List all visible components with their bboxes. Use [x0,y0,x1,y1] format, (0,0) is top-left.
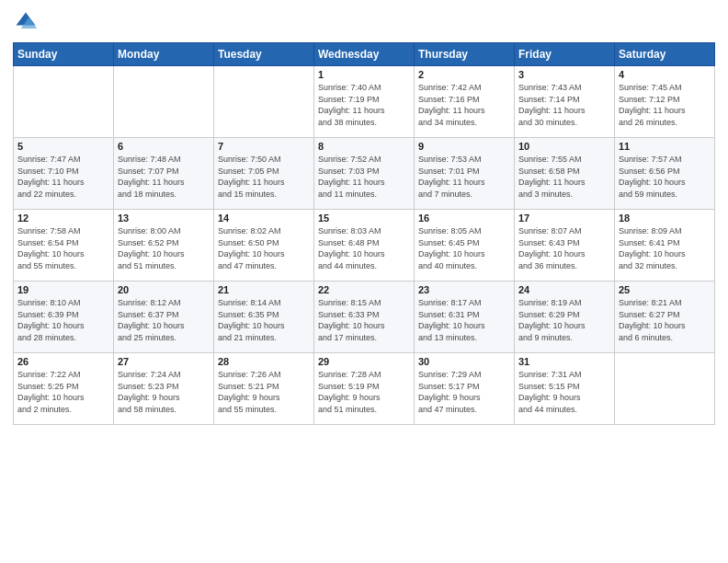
calendar-cell: 8Sunrise: 7:52 AM Sunset: 7:03 PM Daylig… [314,138,415,210]
calendar-cell: 31Sunrise: 7:31 AM Sunset: 5:15 PM Dayli… [515,353,615,425]
week-row-1: 1Sunrise: 7:40 AM Sunset: 7:19 PM Daylig… [14,66,715,138]
calendar-cell: 26Sunrise: 7:22 AM Sunset: 5:25 PM Dayli… [14,353,114,425]
calendar-cell: 25Sunrise: 8:21 AM Sunset: 6:27 PM Dayli… [615,282,715,353]
day-info: Sunrise: 7:58 AM Sunset: 6:54 PM Dayligh… [17,225,109,271]
calendar-cell [615,353,715,425]
weekday-header-saturday: Saturday [615,43,715,66]
calendar-cell: 23Sunrise: 8:17 AM Sunset: 6:31 PM Dayli… [415,282,515,353]
calendar-cell: 29Sunrise: 7:28 AM Sunset: 5:19 PM Dayli… [314,353,415,425]
weekday-header-monday: Monday [114,43,214,66]
day-info: Sunrise: 7:22 AM Sunset: 5:25 PM Dayligh… [17,369,109,415]
day-info: Sunrise: 8:10 AM Sunset: 6:39 PM Dayligh… [17,297,109,343]
day-number: 14 [218,213,310,224]
page: SundayMondayTuesdayWednesdayThursdayFrid… [0,0,728,563]
day-number: 11 [619,141,711,152]
weekday-header-thursday: Thursday [415,43,515,66]
calendar-cell: 20Sunrise: 8:12 AM Sunset: 6:37 PM Dayli… [114,282,214,353]
week-row-4: 19Sunrise: 8:10 AM Sunset: 6:39 PM Dayli… [14,282,715,353]
day-info: Sunrise: 8:12 AM Sunset: 6:37 PM Dayligh… [118,297,210,343]
day-info: Sunrise: 8:07 AM Sunset: 6:43 PM Dayligh… [518,225,610,271]
day-info: Sunrise: 7:55 AM Sunset: 6:58 PM Dayligh… [518,154,610,200]
day-number: 18 [619,213,711,224]
calendar-cell: 7Sunrise: 7:50 AM Sunset: 7:05 PM Daylig… [214,138,314,210]
week-row-5: 26Sunrise: 7:22 AM Sunset: 5:25 PM Dayli… [14,353,715,425]
day-number: 2 [418,69,510,80]
day-info: Sunrise: 7:45 AM Sunset: 7:12 PM Dayligh… [619,82,711,128]
calendar-cell: 17Sunrise: 8:07 AM Sunset: 6:43 PM Dayli… [515,210,615,282]
calendar-cell: 12Sunrise: 7:58 AM Sunset: 6:54 PM Dayli… [14,210,114,282]
day-number: 26 [17,356,109,367]
day-number: 10 [518,141,610,152]
day-number: 24 [518,284,610,295]
day-info: Sunrise: 7:57 AM Sunset: 6:56 PM Dayligh… [619,154,711,200]
day-number: 5 [17,141,109,152]
calendar-cell: 3Sunrise: 7:43 AM Sunset: 7:14 PM Daylig… [515,66,615,138]
calendar-cell: 15Sunrise: 8:03 AM Sunset: 6:48 PM Dayli… [314,210,415,282]
calendar-cell: 14Sunrise: 8:02 AM Sunset: 6:50 PM Dayli… [214,210,314,282]
day-info: Sunrise: 8:21 AM Sunset: 6:27 PM Dayligh… [619,297,711,343]
day-number: 29 [318,356,410,367]
day-info: Sunrise: 7:40 AM Sunset: 7:19 PM Dayligh… [318,82,410,128]
day-info: Sunrise: 8:15 AM Sunset: 6:33 PM Dayligh… [318,297,410,343]
day-info: Sunrise: 7:29 AM Sunset: 5:17 PM Dayligh… [418,369,510,415]
day-info: Sunrise: 8:05 AM Sunset: 6:45 PM Dayligh… [418,225,510,271]
calendar-cell: 18Sunrise: 8:09 AM Sunset: 6:41 PM Dayli… [615,210,715,282]
day-number: 23 [418,284,510,295]
day-number: 9 [418,141,510,152]
day-number: 7 [218,141,310,152]
day-number: 12 [17,213,109,224]
calendar-cell: 24Sunrise: 8:19 AM Sunset: 6:29 PM Dayli… [515,282,615,353]
day-number: 6 [118,141,210,152]
day-number: 25 [619,284,711,295]
day-number: 1 [318,69,410,80]
day-info: Sunrise: 8:02 AM Sunset: 6:50 PM Dayligh… [218,225,310,271]
day-info: Sunrise: 7:26 AM Sunset: 5:21 PM Dayligh… [218,369,310,415]
calendar-cell: 28Sunrise: 7:26 AM Sunset: 5:21 PM Dayli… [214,353,314,425]
week-row-3: 12Sunrise: 7:58 AM Sunset: 6:54 PM Dayli… [14,210,715,282]
calendar-cell [214,66,314,138]
calendar-cell: 6Sunrise: 7:48 AM Sunset: 7:07 PM Daylig… [114,138,214,210]
weekday-header-friday: Friday [515,43,615,66]
day-number: 13 [118,213,210,224]
day-info: Sunrise: 7:31 AM Sunset: 5:15 PM Dayligh… [518,369,610,415]
day-info: Sunrise: 7:24 AM Sunset: 5:23 PM Dayligh… [118,369,210,415]
day-number: 8 [318,141,410,152]
day-info: Sunrise: 7:53 AM Sunset: 7:01 PM Dayligh… [418,154,510,200]
calendar-cell: 11Sunrise: 7:57 AM Sunset: 6:56 PM Dayli… [615,138,715,210]
day-number: 28 [218,356,310,367]
calendar-cell: 10Sunrise: 7:55 AM Sunset: 6:58 PM Dayli… [515,138,615,210]
day-number: 31 [518,356,610,367]
calendar-cell: 5Sunrise: 7:47 AM Sunset: 7:10 PM Daylig… [14,138,114,210]
day-number: 27 [118,356,210,367]
logo [13,9,41,35]
day-info: Sunrise: 7:43 AM Sunset: 7:14 PM Dayligh… [518,82,610,128]
day-number: 21 [218,284,310,295]
calendar-cell: 2Sunrise: 7:42 AM Sunset: 7:16 PM Daylig… [415,66,515,138]
calendar-cell: 9Sunrise: 7:53 AM Sunset: 7:01 PM Daylig… [415,138,515,210]
logo-icon [13,9,39,35]
day-info: Sunrise: 7:47 AM Sunset: 7:10 PM Dayligh… [17,154,109,200]
day-info: Sunrise: 7:42 AM Sunset: 7:16 PM Dayligh… [418,82,510,128]
day-number: 4 [619,69,711,80]
calendar-cell [114,66,214,138]
calendar-cell: 30Sunrise: 7:29 AM Sunset: 5:17 PM Dayli… [415,353,515,425]
day-number: 3 [518,69,610,80]
day-info: Sunrise: 8:03 AM Sunset: 6:48 PM Dayligh… [318,225,410,271]
weekday-header-wednesday: Wednesday [314,43,415,66]
day-number: 17 [518,213,610,224]
calendar-cell: 4Sunrise: 7:45 AM Sunset: 7:12 PM Daylig… [615,66,715,138]
week-row-2: 5Sunrise: 7:47 AM Sunset: 7:10 PM Daylig… [14,138,715,210]
day-info: Sunrise: 7:52 AM Sunset: 7:03 PM Dayligh… [318,154,410,200]
day-info: Sunrise: 8:17 AM Sunset: 6:31 PM Dayligh… [418,297,510,343]
day-number: 30 [418,356,510,367]
calendar-cell [14,66,114,138]
header [13,9,715,35]
day-number: 15 [318,213,410,224]
calendar-cell: 16Sunrise: 8:05 AM Sunset: 6:45 PM Dayli… [415,210,515,282]
day-info: Sunrise: 8:00 AM Sunset: 6:52 PM Dayligh… [118,225,210,271]
weekday-header-sunday: Sunday [14,43,114,66]
calendar-cell: 1Sunrise: 7:40 AM Sunset: 7:19 PM Daylig… [314,66,415,138]
day-number: 19 [17,284,109,295]
day-number: 22 [318,284,410,295]
day-info: Sunrise: 7:28 AM Sunset: 5:19 PM Dayligh… [318,369,410,415]
